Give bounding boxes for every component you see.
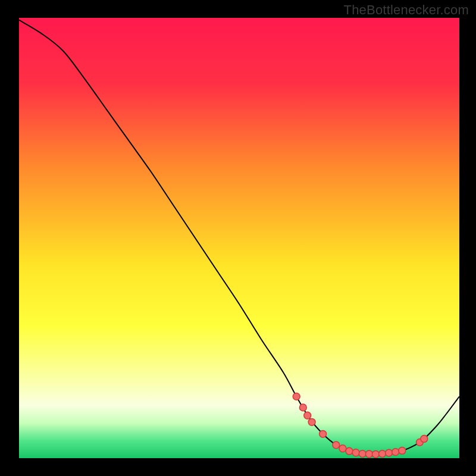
- data-marker: [293, 393, 300, 400]
- data-marker: [304, 412, 311, 419]
- data-marker: [392, 449, 399, 456]
- gradient-background: [19, 18, 459, 458]
- data-marker: [333, 441, 340, 449]
- plot-area: [19, 18, 459, 458]
- data-marker: [346, 447, 353, 455]
- data-marker: [359, 450, 366, 458]
- data-marker: [399, 447, 406, 455]
- data-marker: [320, 430, 327, 437]
- data-marker: [386, 449, 393, 456]
- data-marker: [421, 436, 428, 443]
- data-marker: [352, 449, 359, 456]
- watermark-text: TheBottlenecker.com: [344, 2, 469, 18]
- data-marker: [299, 404, 306, 411]
- data-marker: [308, 418, 315, 425]
- data-marker: [365, 450, 372, 458]
- data-marker: [379, 450, 386, 458]
- data-marker: [372, 450, 379, 458]
- bottleneck-curve-chart: [19, 18, 459, 458]
- chart-container: TheBottlenecker.com: [0, 0, 476, 476]
- data-marker: [339, 445, 346, 452]
